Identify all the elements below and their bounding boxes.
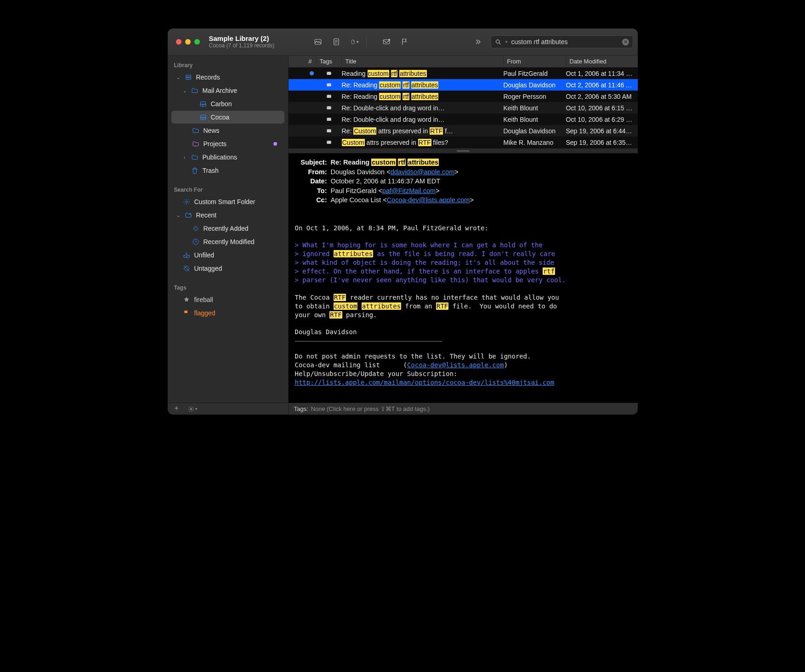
zoom-button[interactable]: [194, 39, 200, 45]
column-headers[interactable]: # Tags Title From Date Modified: [289, 56, 638, 68]
column-title[interactable]: Title: [342, 56, 504, 67]
table-row[interactable]: Custom attrs preserved in RTF files?Mike…: [289, 137, 638, 148]
unread-indicator: [308, 71, 316, 75]
mail-icon: [316, 128, 342, 133]
highlight: custom: [371, 159, 396, 166]
minimize-button[interactable]: [185, 39, 191, 45]
message-list[interactable]: Reading custom rtf attributesPaul FitzGe…: [289, 68, 638, 148]
window-title-block: Sample Library (2) Cocoa (7 of 1,119 rec…: [209, 35, 301, 49]
sidebar-label: Trash: [203, 167, 280, 174]
disclosure-icon[interactable]: ›: [182, 155, 187, 160]
tags-hint: None (Click here or press ⇧⌘T to add tag…: [311, 405, 430, 412]
sidebar-label: Recently Modified: [204, 238, 280, 245]
sidebar-label: Projects: [204, 140, 270, 148]
svg-point-4: [496, 40, 499, 43]
table-row[interactable]: Re: Double-click and drag word in…Keith …: [289, 102, 638, 114]
sidebar-tag-flagged[interactable]: flagged: [171, 307, 284, 319]
split-handle[interactable]: [289, 148, 638, 154]
sidebar-item-custom-smart[interactable]: Custom Smart Folder: [171, 195, 284, 208]
column-hash[interactable]: #: [289, 56, 316, 67]
column-date[interactable]: Date Modified: [566, 56, 638, 67]
sidebar-label: Mail Archive: [203, 87, 280, 94]
disclosure-icon[interactable]: ⌄: [176, 213, 181, 218]
row-date: Sep 19, 2006 at 6:35 PM: [566, 139, 633, 146]
disclosure-icon[interactable]: ⌄: [182, 88, 187, 93]
table-row[interactable]: Re: Reading custom rtf attributesDouglas…: [289, 79, 638, 91]
table-row[interactable]: Re: Reading custom rtf attributesRoger P…: [289, 91, 638, 102]
close-button[interactable]: [176, 39, 181, 45]
sparkle-icon: [192, 225, 200, 232]
hdr-subject-k: Subject:: [295, 158, 327, 167]
table-row[interactable]: Re: Custom attrs preserved in RTF f…Doug…: [289, 125, 638, 137]
cc-email-link[interactable]: Cocoa-dev@lists.apple.com: [387, 196, 470, 204]
hdr-date-v: October 2, 2006 at 11:46:37 AM EDT: [331, 177, 631, 186]
sidebar-label: Publications: [203, 154, 280, 161]
search-scope-chevron-icon[interactable]: ▾: [505, 40, 508, 44]
window-subtitle: Cocoa (7 of 1,119 records): [209, 43, 301, 49]
column-from[interactable]: From: [504, 56, 566, 67]
sidebar-label: Cocoa: [211, 114, 280, 121]
row-from: Keith Blount: [504, 116, 566, 123]
svg-rect-11: [327, 83, 331, 86]
clock-icon: [192, 238, 200, 245]
export-icon[interactable]: ▾: [351, 38, 359, 46]
sidebar-tag-fireball[interactable]: fireball: [171, 293, 284, 306]
sidebar-item-mail-archive[interactable]: ⌄ Mail Archive: [171, 84, 284, 97]
table-row[interactable]: Re: Double-click and drag word in…Keith …: [289, 114, 638, 125]
flag-icon[interactable]: [401, 38, 409, 46]
sidebar-item-untagged[interactable]: Untagged: [171, 262, 284, 275]
list-email-link[interactable]: Cocoa-dev@lists.apple.com: [407, 361, 504, 369]
sidebar-item-recent[interactable]: ⌄ Recent: [171, 209, 284, 222]
flag-icon: [182, 309, 191, 317]
sidebar-item-publications[interactable]: › Publications: [171, 151, 284, 164]
sidebar-item-records[interactable]: ⌄ Records: [171, 71, 284, 84]
sidebar-item-carbon[interactable]: Carbon: [171, 97, 284, 110]
clear-search-icon[interactable]: ✕: [622, 39, 629, 46]
search-input[interactable]: [511, 38, 618, 46]
sidebar-label: Unfiled: [194, 251, 280, 259]
sidebar-item-news[interactable]: News: [171, 124, 284, 137]
mail-icon: [316, 82, 342, 87]
row-from: Roger Persson: [504, 93, 566, 100]
from-email-link[interactable]: ddavidso@apple.com: [391, 168, 455, 176]
row-from: Mike R. Manzano: [504, 139, 566, 146]
bluedot-icon: [310, 71, 314, 75]
sidebar-item-recently-added[interactable]: Recently Added: [171, 222, 284, 235]
table-row[interactable]: Reading custom rtf attributesPaul FitzGe…: [289, 68, 638, 79]
overflow-icon[interactable]: [473, 38, 482, 46]
search-field[interactable]: ▾ ✕: [491, 35, 633, 48]
message-body: On Oct 1, 2006, at 8:34 PM, Paul FitzGer…: [295, 215, 631, 396]
row-title: Re: Custom attrs preserved in RTF f…: [342, 127, 504, 135]
image-preview-icon[interactable]: [314, 38, 322, 46]
unsubscribe-link[interactable]: http://lists.apple.com/mailman/options/c…: [295, 379, 555, 386]
row-title: Re: Reading custom rtf attributes: [342, 93, 504, 100]
row-from: Douglas Davidson: [504, 81, 566, 89]
folder-icon: [192, 140, 200, 148]
sidebar-section-searchfor: Search For: [168, 184, 288, 195]
sidebar-item-cocoa[interactable]: Cocoa: [171, 111, 284, 124]
to-email-link[interactable]: paf@FitzMail.com: [382, 187, 436, 194]
sidebar-item-unfiled[interactable]: Unfiled: [171, 249, 284, 262]
svg-point-17: [190, 408, 192, 410]
mail-icon[interactable]: [382, 38, 391, 46]
action-gear-button[interactable]: ▾: [188, 406, 197, 412]
row-title: Custom attrs preserved in RTF files?: [342, 139, 504, 146]
document-icon[interactable]: [332, 38, 340, 46]
message-viewer: Subject: Re: Reading custom rtf attribut…: [289, 154, 638, 403]
add-button[interactable]: [173, 405, 180, 413]
hdr-cc-v: Apple Cocoa List <Cocoa-dev@lists.apple.…: [331, 196, 631, 205]
folder-icon: [191, 154, 199, 161]
svg-rect-16: [327, 141, 331, 143]
column-tags[interactable]: Tags: [316, 56, 342, 67]
sidebar-label: Carbon: [211, 100, 280, 108]
disclosure-icon[interactable]: ⌄: [176, 75, 181, 80]
smart-folder-icon: [184, 211, 193, 219]
untagged-icon: [182, 265, 191, 272]
sidebar-section-library: Library: [168, 59, 288, 70]
sidebar-item-recently-modified[interactable]: Recently Modified: [171, 235, 284, 248]
tags-bar[interactable]: Tags: None (Click here or press ⇧⌘T to a…: [289, 403, 638, 415]
sidebar-item-trash[interactable]: › Trash: [171, 164, 284, 177]
toolbar-separator: [366, 36, 367, 47]
sidebar-item-projects[interactable]: Projects: [171, 137, 284, 150]
sidebar-label: Records: [196, 74, 280, 81]
